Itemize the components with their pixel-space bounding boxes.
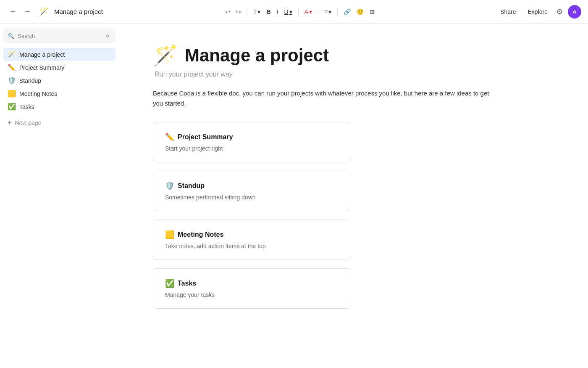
card-icon-0: ✏️ bbox=[165, 132, 174, 142]
card-desc-3: Manage your tasks bbox=[165, 291, 338, 298]
sidebar-item-standup[interactable]: 🛡️ Standup bbox=[3, 74, 116, 87]
card-title-1: 🛡️ Standup bbox=[165, 181, 338, 191]
sidebar-item-icon-standup: 🛡️ bbox=[8, 77, 16, 85]
card-1[interactable]: 🛡️ Standup Sometimes performed sitting d… bbox=[153, 171, 350, 211]
card-desc-0: Start your project right bbox=[165, 145, 338, 152]
page-header: 🪄 Manage a project bbox=[153, 44, 554, 67]
card-desc-1: Sometimes performed sitting down bbox=[165, 194, 338, 201]
toolbar-divider-1 bbox=[247, 8, 247, 16]
align-button[interactable]: ≡ ▾ bbox=[322, 7, 334, 17]
toolbar-divider-4 bbox=[337, 8, 338, 16]
sidebar-item-label-tasks: Tasks bbox=[19, 103, 34, 110]
sidebar-item-icon-tasks: ✅ bbox=[8, 103, 16, 111]
redo-button[interactable]: ↪ bbox=[234, 7, 244, 17]
sidebar-item-meeting-notes[interactable]: 🟨 Meeting Notes bbox=[3, 87, 116, 100]
toolbar-divider-3 bbox=[318, 8, 318, 16]
page-title: Manage a project bbox=[185, 45, 329, 66]
forward-button[interactable]: → bbox=[21, 5, 34, 18]
main-content: 🪄 Manage a project Run your project your… bbox=[119, 24, 588, 368]
sidebar-item-label-manage-a-project: Manage a project bbox=[19, 51, 65, 58]
collapse-button[interactable]: « bbox=[104, 31, 111, 40]
layout: 🔍 Search « 🪄 Manage a project ✏️ Project… bbox=[0, 24, 588, 368]
cards-container: ✏️ Project Summary Start your project ri… bbox=[153, 122, 554, 309]
back-button[interactable]: ← bbox=[7, 5, 19, 18]
card-2[interactable]: 🟨 Meeting Notes Take notes, add action i… bbox=[153, 220, 350, 260]
sidebar-items: 🪄 Manage a project ✏️ Project Summary 🛡️… bbox=[3, 48, 116, 113]
page-description: Because Coda is a flexible doc, you can … bbox=[153, 88, 497, 109]
text-style-button[interactable]: T ▾ bbox=[251, 7, 263, 17]
card-icon-2: 🟨 bbox=[165, 230, 174, 239]
font-color-label: A bbox=[304, 8, 308, 15]
text-label: T bbox=[253, 8, 257, 15]
emoji-button[interactable]: 🙂 bbox=[354, 7, 366, 17]
sidebar-item-manage-a-project[interactable]: 🪄 Manage a project bbox=[3, 48, 116, 61]
page-subtitle: Run your project your way bbox=[155, 71, 554, 78]
card-title-2: 🟨 Meeting Notes bbox=[165, 230, 338, 239]
sidebar-item-icon-meeting-notes: 🟨 bbox=[8, 90, 16, 98]
card-3[interactable]: ✅ Tasks Manage your tasks bbox=[153, 268, 350, 309]
sidebar-item-label-meeting-notes: Meeting Notes bbox=[19, 90, 57, 97]
new-page-button[interactable]: + New page bbox=[3, 116, 116, 129]
nav-arrows: ← → bbox=[7, 5, 34, 18]
bold-button[interactable]: B bbox=[264, 7, 273, 17]
topbar: ← → 🪄 Manage a project ↩ ↪ T ▾ B I U ▾ A… bbox=[0, 0, 588, 24]
underline-button[interactable]: U ▾ bbox=[282, 7, 295, 17]
plus-icon: + bbox=[8, 119, 11, 127]
sidebar-item-tasks[interactable]: ✅ Tasks bbox=[3, 100, 116, 113]
settings-icon[interactable]: ⚙ bbox=[556, 7, 563, 16]
doc-icon: 🪄 bbox=[39, 7, 49, 17]
link-button[interactable]: 🔗 bbox=[341, 7, 353, 17]
card-title-text-3: Tasks bbox=[178, 280, 196, 287]
card-desc-2: Take notes, add action items at the top bbox=[165, 243, 338, 249]
right-actions: Share Explore ⚙ A bbox=[497, 5, 581, 19]
search-icon: 🔍 bbox=[8, 33, 14, 39]
font-color-button[interactable]: A ▾ bbox=[302, 7, 315, 17]
sidebar-item-icon-manage-a-project: 🪄 bbox=[8, 50, 16, 58]
sidebar: 🔍 Search « 🪄 Manage a project ✏️ Project… bbox=[0, 24, 119, 368]
card-0[interactable]: ✏️ Project Summary Start your project ri… bbox=[153, 122, 350, 162]
sidebar-item-label-standup: Standup bbox=[19, 77, 41, 84]
align-label: ≡ bbox=[324, 8, 328, 15]
sidebar-item-project-summary[interactable]: ✏️ Project Summary bbox=[3, 61, 116, 74]
toolbar-divider-2 bbox=[298, 8, 299, 16]
doc-title: Manage a project bbox=[54, 8, 103, 15]
underline-label: U bbox=[284, 8, 289, 15]
share-button[interactable]: Share bbox=[497, 7, 519, 17]
italic-button[interactable]: I bbox=[274, 7, 281, 17]
undo-button[interactable]: ↩ bbox=[223, 7, 233, 17]
sidebar-item-icon-project-summary: ✏️ bbox=[8, 64, 16, 71]
card-title-text-0: Project Summary bbox=[178, 133, 233, 141]
page-icon: 🪄 bbox=[153, 44, 178, 67]
card-title-text-1: Standup bbox=[178, 182, 205, 190]
explore-button[interactable]: Explore bbox=[525, 7, 551, 17]
new-page-label: New page bbox=[15, 119, 41, 126]
card-title-0: ✏️ Project Summary bbox=[165, 132, 338, 142]
search-bar[interactable]: 🔍 Search « bbox=[3, 29, 116, 43]
table-button[interactable]: ⊞ bbox=[367, 7, 377, 17]
toolbar: ↩ ↪ T ▾ B I U ▾ A ▾ ≡ ▾ 🔗 🙂 ⊞ bbox=[223, 7, 377, 17]
card-title-3: ✅ Tasks bbox=[165, 279, 338, 288]
avatar[interactable]: A bbox=[568, 5, 581, 19]
search-placeholder: Search bbox=[18, 33, 35, 39]
sidebar-item-label-project-summary: Project Summary bbox=[19, 64, 64, 71]
card-icon-3: ✅ bbox=[165, 279, 174, 288]
card-icon-1: 🛡️ bbox=[165, 181, 174, 191]
card-title-text-2: Meeting Notes bbox=[178, 231, 223, 238]
